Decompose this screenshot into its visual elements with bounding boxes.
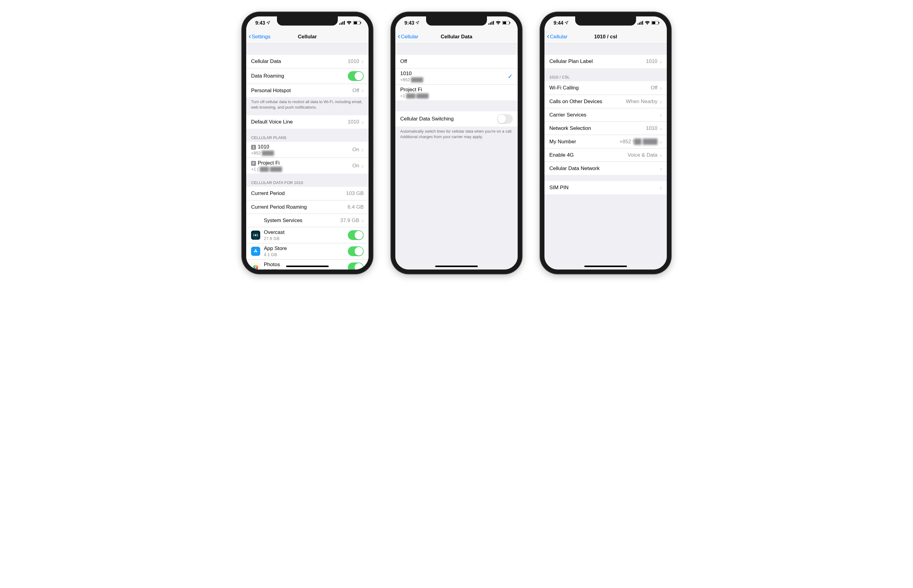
overcast-icon — [251, 231, 260, 240]
content[interactable]: Cellular Plan Label 1010 › 1010 / CSL Wi… — [544, 44, 667, 270]
row-label: Cellular Data Network — [549, 165, 657, 171]
content[interactable]: Cellular Data 1010 › Data Roaming Person… — [246, 44, 369, 270]
row-value: 1010 — [646, 58, 658, 65]
chevron-right-icon: › — [361, 87, 364, 94]
svg-rect-27 — [659, 22, 659, 23]
chevron-right-icon: › — [660, 85, 662, 91]
chevron-left-icon: ‹ — [398, 32, 400, 40]
section-header: 1010 / CSL — [544, 68, 667, 81]
app-switch[interactable] — [348, 230, 364, 240]
phone-1: 9:43 ‹ Settings Cellular Ce — [242, 12, 373, 274]
svg-rect-24 — [642, 21, 643, 25]
location-icon — [266, 20, 270, 26]
chevron-left-icon: ‹ — [249, 32, 251, 40]
chevron-right-icon: › — [361, 147, 364, 153]
svg-point-7 — [255, 234, 257, 236]
line-number: +852 ████ — [400, 77, 508, 82]
status-time: 9:43 — [255, 20, 265, 26]
line-name: 1010 — [400, 71, 508, 77]
back-button[interactable]: ‹ Cellular — [547, 34, 568, 40]
plan-label-row[interactable]: Cellular Plan Label 1010 › — [544, 55, 667, 68]
sim-pin-row[interactable]: SIM PIN › — [544, 181, 667, 194]
plan-row[interactable]: PProject Fi +1 ( ███ ████ On › — [246, 158, 369, 174]
chevron-right-icon: › — [660, 185, 662, 191]
plan-status: On — [353, 163, 359, 169]
data-switching-switch[interactable] — [497, 114, 513, 124]
app-store-icon — [251, 247, 260, 256]
cellular-data-row[interactable]: Cellular Data 1010 › — [246, 55, 369, 68]
off-row[interactable]: Off — [395, 55, 518, 68]
chevron-left-icon: ‹ — [547, 32, 549, 40]
my-number-row[interactable]: My Number +852 !██ ████ › — [544, 135, 667, 148]
row-label: Off — [400, 58, 513, 65]
row-value: Off — [353, 87, 359, 94]
roaming-period-row: Current Period Roaming 6.4 GB — [246, 200, 369, 213]
cellular-data-network-row[interactable]: Cellular Data Network › — [544, 162, 667, 175]
back-button[interactable]: ‹ Cellular — [398, 34, 418, 40]
group-footer: Automatically switch lines for cellular … — [395, 126, 518, 142]
location-icon — [415, 20, 419, 26]
line-row[interactable]: 1010 +852 ████ ✓ — [395, 68, 518, 84]
row-value: 1010 — [348, 119, 359, 125]
calls-other-devices-row[interactable]: Calls on Other Devices When Nearby › — [544, 95, 667, 108]
row-label: Cellular Plan Label — [549, 58, 646, 65]
app-usage: 4.1 GB — [264, 252, 348, 257]
content[interactable]: Off 1010 +852 ████ ✓ Project Fi +1 ███ █… — [395, 44, 518, 270]
battery-icon — [353, 20, 361, 26]
system-services-row[interactable]: System Services 37.9 GB › — [246, 213, 369, 227]
home-indicator[interactable] — [584, 266, 627, 267]
data-roaming-row[interactable]: Data Roaming — [246, 68, 369, 84]
app-usage-row[interactable]: Overcast 27.8 GB — [246, 227, 369, 243]
status-time: 9:44 — [554, 20, 563, 26]
location-icon — [565, 20, 568, 26]
row-label: Current Period Roaming — [251, 204, 348, 210]
nav-bar: ‹ Settings Cellular — [246, 30, 369, 44]
signal-icon — [638, 20, 643, 26]
chevron-right-icon: › — [361, 119, 364, 125]
enable-4g-row[interactable]: Enable 4G Voice & Data › — [544, 148, 667, 162]
back-button[interactable]: ‹ Settings — [249, 34, 270, 40]
app-switch[interactable] — [348, 246, 364, 256]
nav-bar: ‹ Cellular 1010 / csl — [544, 30, 667, 44]
plan-name: PProject Fi — [251, 160, 353, 166]
svg-rect-23 — [641, 22, 641, 25]
personal-hotspot-row[interactable]: Personal Hotspot Off › — [246, 84, 369, 97]
home-indicator[interactable] — [435, 266, 478, 267]
current-period-row: Current Period 103 GB — [246, 187, 369, 200]
back-label: Cellular — [401, 34, 418, 40]
back-label: Settings — [252, 34, 270, 40]
group-footer: Turn off cellular data to restrict all d… — [246, 97, 369, 113]
app-usage-row[interactable]: Photos 3.3 GB — [246, 259, 369, 270]
svg-rect-20 — [510, 22, 510, 23]
signal-icon — [489, 20, 494, 26]
app-usage-row[interactable]: App Store 4.1 GB — [246, 243, 369, 259]
wifi-calling-row[interactable]: Wi-Fi Calling Off › — [544, 81, 667, 95]
svg-rect-21 — [638, 23, 638, 25]
row-value: Off — [651, 85, 657, 91]
home-indicator[interactable] — [286, 266, 329, 267]
chevron-right-icon: › — [660, 152, 662, 158]
network-selection-row[interactable]: Network Selection 1010 › — [544, 121, 667, 135]
row-value: 103 GB — [346, 191, 364, 197]
row-value: 6.4 GB — [348, 204, 364, 210]
chevron-right-icon: › — [660, 165, 662, 171]
plan-row[interactable]: 11010 +852 ████ On › — [246, 142, 369, 158]
line-row[interactable]: Project Fi +1 ███ ████ — [395, 84, 518, 100]
plan-number: +1 ( ███ ████ — [251, 167, 353, 171]
row-label: My Number — [549, 139, 620, 145]
chevron-right-icon: › — [361, 218, 364, 224]
app-switch[interactable] — [348, 263, 364, 270]
data-switching-row[interactable]: Cellular Data Switching — [395, 111, 518, 126]
phone-3: 9:44 ‹ Cellular 1010 / csl Cellular Plan… — [540, 12, 671, 274]
default-voice-line-row[interactable]: Default Voice Line 1010 › — [246, 115, 369, 129]
svg-rect-14 — [489, 23, 489, 25]
row-value: When Nearby — [626, 99, 657, 105]
svg-rect-19 — [503, 22, 506, 24]
battery-icon — [652, 20, 659, 26]
data-roaming-switch[interactable] — [348, 71, 364, 81]
carrier-services-row[interactable]: Carrier Services › — [544, 108, 667, 121]
app-usage: 27.8 GB — [264, 236, 348, 241]
svg-rect-16 — [492, 22, 492, 25]
chevron-right-icon: › — [361, 58, 364, 65]
row-label: Carrier Services — [549, 112, 657, 118]
